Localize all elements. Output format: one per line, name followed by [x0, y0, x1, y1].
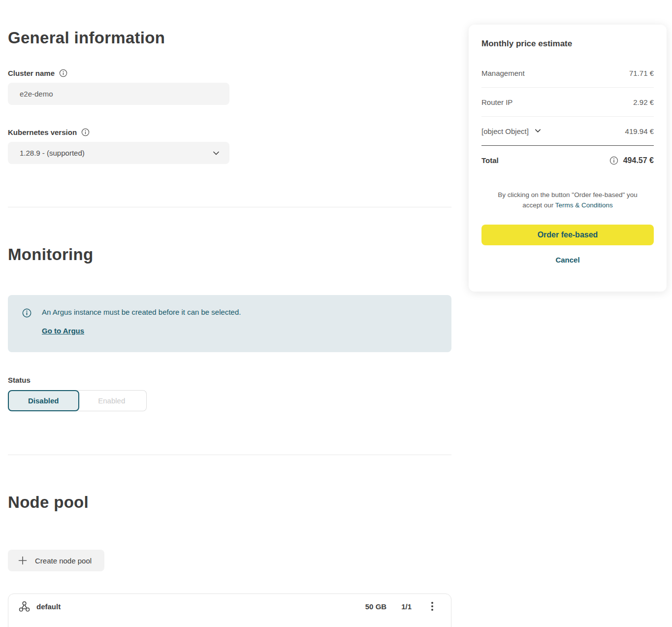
price-row-label: [object Object]	[481, 127, 529, 135]
status-label: Status	[8, 376, 451, 384]
create-node-pool-button[interactable]: Create node pool	[8, 550, 104, 571]
price-rows: Management 71.71 € Router IP 2.92 € [obj…	[481, 59, 654, 175]
monitoring-title: Monitoring	[8, 245, 451, 264]
cluster-name-input[interactable]	[8, 83, 229, 105]
price-row-label: Router IP	[481, 98, 512, 106]
info-icon[interactable]	[81, 128, 90, 136]
banner-message: An Argus instance must be created before…	[42, 308, 241, 316]
price-row-value: 71.71 €	[629, 69, 654, 77]
argus-info-banner: An Argus instance must be created before…	[8, 295, 451, 352]
node-pool-title: Node pool	[8, 493, 451, 512]
kubernetes-version-selected-value: 1.28.9 - (supported)	[20, 149, 85, 157]
price-row-label: Management	[481, 69, 525, 77]
price-row-value: 2.92 €	[633, 98, 654, 106]
section-divider	[8, 455, 451, 455]
price-row-router-ip: Router IP 2.92 €	[481, 88, 654, 117]
chevron-down-icon[interactable]	[534, 127, 542, 135]
total-value: 494.57 €	[623, 156, 654, 165]
node-pool-row[interactable]: default 50 GB 1/1	[8, 594, 451, 627]
kubernetes-version-select[interactable]: 1.28.9 - (supported)	[8, 142, 229, 164]
terms-line1: By clicking on the button "Order fee-bas…	[481, 190, 654, 200]
cancel-button[interactable]: Cancel	[481, 256, 654, 264]
kubernetes-version-label-row: Kubernetes version	[8, 128, 451, 136]
info-icon[interactable]	[609, 156, 618, 165]
terms-and-conditions-link[interactable]: Terms & Conditions	[555, 201, 613, 209]
terms-text: By clicking on the button "Order fee-bas…	[481, 190, 654, 210]
node-pool-name: default	[36, 602, 61, 611]
go-to-argus-link[interactable]: Go to Argus	[42, 327, 84, 335]
cluster-name-label: Cluster name	[8, 69, 55, 77]
banner-body: An Argus instance must be created before…	[42, 308, 241, 352]
info-icon	[22, 308, 32, 318]
chevron-down-icon	[212, 149, 220, 157]
node-pool-size: 50 GB	[365, 602, 386, 611]
terms-line2: accept our Terms & Conditions	[481, 200, 654, 210]
order-fee-based-button[interactable]: Order fee-based	[481, 225, 654, 245]
price-row-value: 419.94 €	[625, 127, 654, 135]
total-label: Total	[481, 156, 499, 165]
general-information-title: General information	[8, 29, 451, 47]
status-toggle: Disabled Enabled	[8, 390, 147, 411]
status-option-enabled[interactable]: Enabled	[77, 390, 147, 411]
node-pool-icon	[18, 600, 31, 613]
cluster-name-label-row: Cluster name	[8, 69, 451, 77]
main-content: General information Cluster name Kuberne…	[8, 0, 451, 627]
price-row-object: [object Object] 419.94 €	[481, 117, 654, 146]
monthly-price-estimate-card: Monthly price estimate Management 71.71 …	[469, 25, 667, 292]
kubernetes-version-label: Kubernetes version	[8, 128, 77, 136]
price-total-row: Total 494.57 €	[481, 146, 654, 175]
plus-icon	[17, 555, 28, 566]
create-node-pool-label: Create node pool	[35, 557, 92, 565]
node-pool-count: 1/1	[401, 602, 412, 611]
kebab-menu-icon[interactable]	[428, 601, 437, 612]
info-icon[interactable]	[59, 69, 67, 77]
price-row-management: Management 71.71 €	[481, 59, 654, 88]
section-divider	[8, 207, 451, 207]
price-card-title: Monthly price estimate	[481, 39, 654, 49]
status-option-disabled[interactable]: Disabled	[8, 390, 79, 411]
